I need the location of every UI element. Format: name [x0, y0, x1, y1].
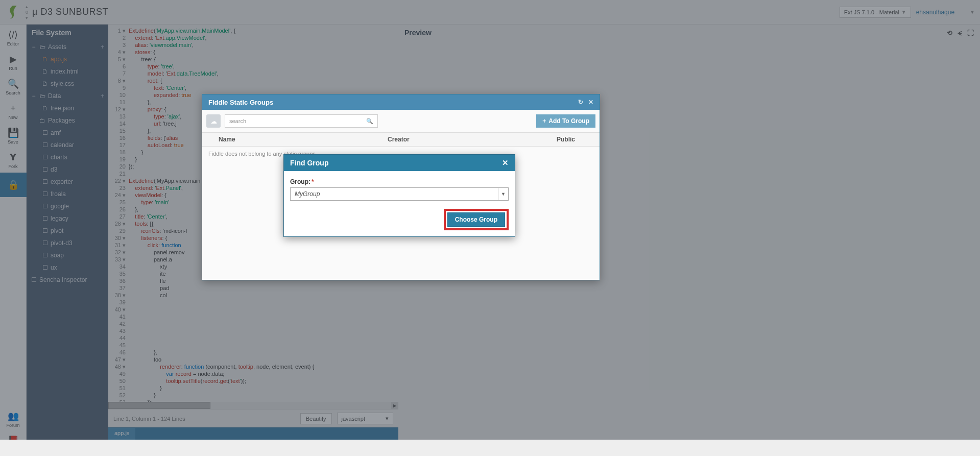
search-placeholder: search	[229, 118, 246, 124]
group-combobox[interactable]: ▼	[290, 187, 509, 201]
chevron-down-icon[interactable]: ▼	[498, 188, 508, 200]
col-creator: Creator	[375, 136, 544, 143]
find-group-body: Group: * ▼	[284, 171, 515, 203]
group-search-input[interactable]: search 🔍	[225, 114, 378, 128]
static-groups-toolbar: ☁ search 🔍 + Add To Group	[202, 110, 600, 132]
group-field-label: Group: *	[290, 178, 509, 185]
required-asterisk: *	[312, 178, 314, 185]
find-group-header: Find Group ✕	[284, 155, 515, 171]
choose-group-highlight: Choose Group	[444, 209, 509, 230]
search-icon[interactable]: 🔍	[366, 118, 373, 125]
cloud-icon[interactable]: ☁	[206, 114, 221, 128]
choose-group-button[interactable]: Choose Group	[447, 212, 505, 227]
footer-bar	[0, 440, 980, 456]
find-group-footer: Choose Group	[284, 203, 515, 236]
group-label-text: Group:	[290, 178, 310, 185]
static-groups-title: Fiddle Static Groups	[208, 99, 273, 106]
group-input[interactable]	[291, 188, 498, 200]
col-public: Public	[544, 136, 595, 143]
close-icon[interactable]: ✕	[502, 158, 509, 167]
plus-icon: +	[542, 117, 546, 125]
add-to-group-label: Add To Group	[548, 117, 589, 125]
col-name: Name	[206, 136, 375, 143]
refresh-icon[interactable]: ↻	[578, 99, 583, 106]
add-to-group-button[interactable]: + Add To Group	[536, 114, 595, 128]
groups-table-header: Name Creator Public	[202, 132, 600, 147]
static-groups-header: Fiddle Static Groups ↻ ✕	[202, 94, 600, 110]
find-group-title: Find Group	[290, 159, 328, 167]
find-group-modal: Find Group ✕ Group: * ▼ Choose Group	[283, 154, 515, 237]
close-icon[interactable]: ✕	[588, 99, 593, 106]
